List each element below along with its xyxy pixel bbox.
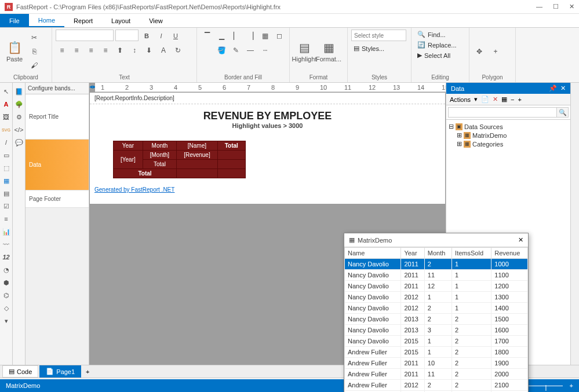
- align-justify-button[interactable]: ≡: [99, 44, 112, 57]
- bold-button[interactable]: B: [140, 30, 153, 42]
- border-all-button[interactable]: ▦: [258, 30, 271, 42]
- maximize-button[interactable]: ☐: [553, 3, 559, 10]
- column-header[interactable]: ItemsSold: [452, 248, 491, 259]
- tab-code[interactable]: ▤Code: [2, 365, 38, 378]
- column-header[interactable]: Month: [424, 248, 451, 259]
- fill-color-button[interactable]: 🪣: [215, 44, 228, 57]
- copy-button[interactable]: ⎘: [28, 45, 41, 58]
- collapse-button[interactable]: −: [511, 96, 514, 103]
- popup-close-button[interactable]: ✕: [518, 236, 523, 244]
- minimize-button[interactable]: —: [536, 3, 542, 10]
- search-button[interactable]: 🔍: [557, 107, 569, 118]
- menu-view[interactable]: View: [140, 14, 172, 27]
- generated-by-link[interactable]: Generated by FastReport .NET: [90, 184, 445, 195]
- matrix-object[interactable]: YearMonth[Name]Total [Year][Month][Reven…: [113, 141, 246, 178]
- column-header[interactable]: Name: [345, 248, 401, 259]
- table-row[interactable]: Andrew Fuller20111021900: [345, 358, 528, 369]
- sparkline-tool[interactable]: 〰: [1, 239, 12, 250]
- table-row[interactable]: Nancy Davolio2013321600: [345, 325, 528, 336]
- report-description-field[interactable]: [Report.ReportInfo.Description]: [90, 93, 445, 104]
- prop-tool[interactable]: ⚙: [14, 112, 24, 122]
- zoom-in-button[interactable]: +: [570, 382, 573, 389]
- line-style-button[interactable]: ┄: [258, 44, 271, 57]
- tab-page1[interactable]: 📄Page1: [39, 365, 81, 378]
- font-size-input[interactable]: [115, 30, 139, 41]
- richtext-tool[interactable]: ≡: [1, 214, 12, 224]
- data-sources-tree[interactable]: ⊟▣Data Sources ⊞▦MatrixDemo ⊞▦Categories: [446, 120, 570, 151]
- shape-tool[interactable]: ▭: [1, 150, 12, 160]
- table-row[interactable]: Andrew Fuller20111122000: [345, 369, 528, 380]
- add-tab-button[interactable]: +: [82, 368, 93, 375]
- table-row[interactable]: Nancy Davolio2012111300: [345, 292, 528, 303]
- code-tool[interactable]: </>: [14, 124, 24, 135]
- configure-bands-button[interactable]: Configure bands...: [26, 83, 89, 94]
- menu-file[interactable]: File: [0, 14, 29, 27]
- border-top-button[interactable]: ▔: [201, 30, 213, 42]
- html-tool[interactable]: ◇: [1, 303, 12, 313]
- matrix-tool[interactable]: ▤: [1, 188, 12, 199]
- replace-button[interactable]: 🔄Replace...: [415, 40, 459, 50]
- barcode-tool[interactable]: ⬚: [1, 163, 12, 173]
- pin-icon[interactable]: 📌: [549, 85, 557, 92]
- font-family-input[interactable]: [56, 30, 114, 41]
- align-right-button[interactable]: ≡: [85, 44, 97, 57]
- panel-close-icon[interactable]: ✕: [560, 85, 566, 92]
- brush-button[interactable]: 🖌: [28, 59, 41, 72]
- expand-button[interactable]: +: [518, 96, 522, 103]
- italic-button[interactable]: I: [155, 30, 167, 42]
- highlight-button[interactable]: ▤ Highlight: [293, 38, 315, 65]
- underline-button[interactable]: U: [169, 30, 182, 42]
- close-button[interactable]: ✕: [569, 3, 574, 10]
- font-color-button[interactable]: A: [157, 44, 170, 57]
- border-left-button[interactable]: ▏: [230, 30, 242, 42]
- column-header[interactable]: Year: [401, 248, 424, 259]
- checkbox-tool[interactable]: ☑: [1, 201, 12, 211]
- picture-tool[interactable]: 🖼: [1, 112, 12, 122]
- border-none-button[interactable]: ◻: [273, 30, 286, 42]
- chart-tool[interactable]: 📊: [1, 226, 12, 237]
- gauge-tool[interactable]: ◔: [1, 265, 12, 275]
- align-left-button[interactable]: ≡: [56, 44, 68, 57]
- tree-tool[interactable]: 🌳: [14, 99, 24, 109]
- table-row[interactable]: Andrew Fuller2015121800: [345, 347, 528, 358]
- table-tool[interactable]: ▦: [1, 175, 12, 186]
- map-tool[interactable]: ⬢: [1, 277, 12, 288]
- menu-report[interactable]: Report: [64, 14, 102, 27]
- select-all-button[interactable]: ▶Select All: [415, 50, 453, 60]
- rotate-button[interactable]: ↻: [172, 44, 184, 57]
- report-heading[interactable]: REVENUE BY EMPLOYEE: [96, 110, 439, 122]
- report-subheading[interactable]: Highlight values > 3000: [96, 122, 439, 129]
- dict-tool[interactable]: 📘: [14, 86, 24, 97]
- view-data-button[interactable]: ▦: [501, 96, 507, 103]
- band-data[interactable]: Data: [26, 140, 89, 190]
- pointer-tool[interactable]: ↖: [1, 86, 12, 97]
- table-row[interactable]: Nancy Davolio20111211200: [345, 281, 528, 292]
- delete-datasource-button[interactable]: ✕: [493, 96, 498, 103]
- valign-mid-button[interactable]: ↕: [128, 44, 141, 57]
- digital-tool[interactable]: ⌬: [1, 290, 12, 301]
- paste-button[interactable]: 📋 Paste: [3, 38, 26, 65]
- line-tool[interactable]: /: [1, 137, 12, 148]
- table-row[interactable]: Nancy Davolio2012211400: [345, 303, 528, 314]
- cut-button[interactable]: ✂: [28, 31, 41, 44]
- align-center-button[interactable]: ≡: [70, 44, 83, 57]
- border-bot-button[interactable]: ▁: [215, 30, 228, 42]
- table-row[interactable]: Nancy Davolio20111111100: [345, 270, 528, 281]
- text-tool[interactable]: A: [1, 99, 12, 109]
- table-row[interactable]: Andrew Fuller2012222100: [345, 380, 528, 391]
- polygon-add-button[interactable]: +: [489, 45, 502, 58]
- actions-menu[interactable]: Actions: [450, 96, 471, 103]
- zoom-slider[interactable]: |: [528, 386, 563, 386]
- valign-top-button[interactable]: ⬆: [114, 44, 126, 57]
- data-grid-table[interactable]: NameYearMonthItemsSoldRevenue Nancy Davo…: [344, 247, 528, 392]
- column-header[interactable]: Revenue: [491, 248, 528, 259]
- data-search-input[interactable]: [448, 107, 557, 118]
- polygon-move-button[interactable]: ✥: [473, 45, 486, 58]
- valign-bot-button[interactable]: ⬇: [143, 44, 155, 57]
- svg-tool[interactable]: SVG: [1, 124, 12, 135]
- menu-home[interactable]: Home: [29, 14, 64, 27]
- menu-layout[interactable]: Layout: [102, 14, 140, 27]
- band-page-footer[interactable]: Page Footer: [26, 190, 89, 208]
- band-report-title[interactable]: Report Title: [26, 94, 89, 140]
- cellular-tool[interactable]: 12: [1, 252, 12, 262]
